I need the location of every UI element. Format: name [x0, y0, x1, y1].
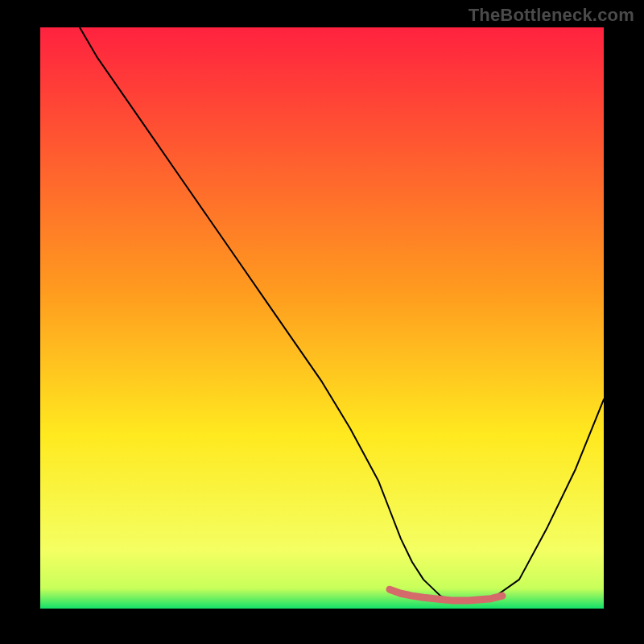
gradient-background [40, 27, 604, 609]
bottleneck-chart [40, 27, 604, 609]
watermark-text: TheBottleneck.com [469, 5, 634, 26]
chart-frame: TheBottleneck.com [0, 0, 644, 644]
